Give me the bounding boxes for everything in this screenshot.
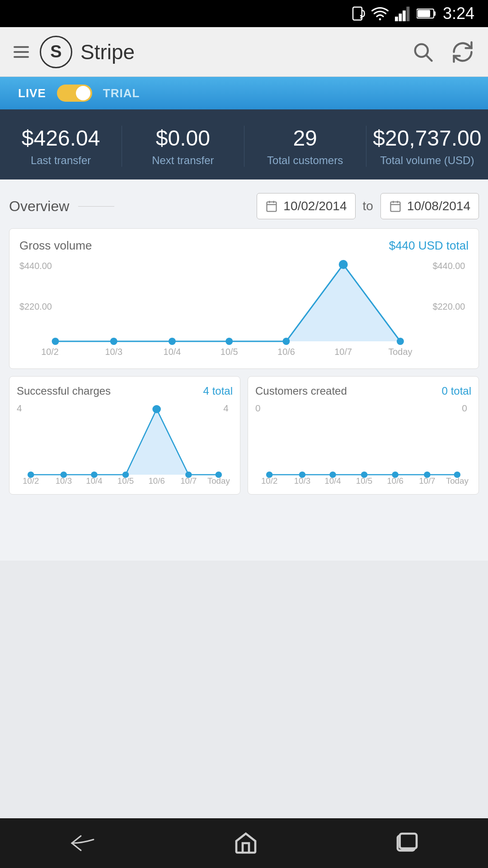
bottom-spacer (9, 502, 479, 561)
gross-volume-header: Gross volume $440 USD total (19, 239, 469, 253)
svg-point-30 (397, 338, 404, 345)
svg-rect-5 (406, 7, 409, 21)
refresh-icon[interactable] (451, 40, 474, 64)
app-header: S Stripe (0, 27, 488, 77)
svg-rect-7 (434, 11, 436, 16)
stat-total-customers: 29 Total customers (244, 126, 366, 167)
bottom-nav (0, 818, 488, 868)
calendar-end-icon (389, 200, 402, 212)
live-trial-toggle[interactable] (57, 85, 92, 102)
svg-point-26 (169, 338, 176, 345)
overview-header: Overview 10/02/2014 to (9, 193, 479, 219)
successful-charges-header: Successful charges 4 total (17, 385, 233, 397)
next-transfer-label: Next transfer (152, 154, 214, 166)
svg-text:10/6: 10/6 (148, 476, 164, 486)
successful-charges-title: Successful charges (17, 385, 111, 397)
app-title: Stripe (80, 40, 411, 64)
status-icons: 3:24 (350, 4, 474, 23)
total-volume-label: Total volume (USD) (380, 154, 474, 166)
svg-marker-39 (31, 409, 219, 475)
svg-line-10 (427, 55, 432, 61)
customers-created-card: Customers created 0 total 0 0 10/2 10/3 … (248, 376, 479, 495)
svg-rect-2 (395, 17, 398, 21)
total-customers-label: Total customers (267, 154, 343, 166)
app-logo: S (40, 36, 72, 68)
signal-icon (395, 6, 410, 21)
next-transfer-value: $0.00 (122, 126, 244, 151)
overview-title: Overview (9, 198, 69, 215)
back-button[interactable] (68, 832, 97, 854)
svg-rect-72 (400, 834, 417, 849)
end-date-picker[interactable]: 10/08/2014 (380, 193, 479, 219)
svg-text:0: 0 (255, 405, 261, 413)
svg-text:Today: Today (388, 347, 412, 357)
customers-created-total: 0 total (442, 385, 471, 397)
gross-volume-total: $440 USD total (389, 239, 469, 253)
svg-rect-8 (418, 10, 430, 17)
svg-text:10/2: 10/2 (261, 476, 277, 486)
last-transfer-value: $426.04 (0, 126, 122, 151)
svg-point-27 (225, 338, 233, 345)
overview-section: Overview 10/02/2014 to (0, 179, 488, 561)
svg-rect-15 (390, 202, 400, 212)
wifi-icon (371, 6, 389, 21)
svg-point-28 (282, 338, 290, 345)
svg-point-24 (52, 338, 59, 345)
customers-created-title: Customers created (255, 385, 347, 397)
svg-text:4: 4 (223, 405, 229, 413)
svg-text:10/3: 10/3 (294, 476, 310, 486)
svg-rect-4 (403, 10, 406, 21)
status-time: 3:24 (443, 4, 474, 23)
svg-point-25 (110, 338, 117, 345)
svg-text:$220.00: $220.00 (432, 302, 465, 311)
stats-bar: $426.04 Last transfer $0.00 Next transfe… (0, 109, 488, 179)
stat-next-transfer: $0.00 Next transfer (122, 126, 244, 167)
bottom-charts-row: Successful charges 4 total 4 4 (9, 376, 479, 495)
successful-charges-total: 4 total (203, 385, 233, 397)
menu-button[interactable] (14, 46, 29, 58)
svg-text:Today: Today (207, 476, 230, 486)
stat-last-transfer: $426.04 Last transfer (0, 126, 122, 167)
stat-total-volume: $20,737.00 Total volume (USD) (366, 126, 488, 167)
svg-text:$440.00: $440.00 (432, 261, 465, 271)
live-label: LIVE (18, 86, 46, 100)
svg-text:10/5: 10/5 (117, 476, 134, 486)
svg-text:Today: Today (446, 476, 469, 486)
start-date-picker[interactable]: 10/02/2014 (257, 193, 355, 219)
overview-divider (78, 206, 114, 207)
logo-letter: S (50, 42, 61, 61)
svg-marker-23 (56, 264, 400, 341)
start-date-text: 10/02/2014 (283, 199, 347, 213)
mode-toggle-bar: LIVE TRIAL (0, 77, 488, 109)
gross-volume-chart: $440.00 $220.00 $440.00 $220.00 (19, 260, 469, 361)
battery-icon (417, 8, 436, 19)
svg-text:10/3: 10/3 (56, 476, 72, 486)
svg-text:10/2: 10/2 (41, 347, 59, 357)
svg-text:0: 0 (462, 405, 467, 413)
successful-charges-card: Successful charges 4 total 4 4 (9, 376, 240, 495)
svg-text:10/5: 10/5 (221, 347, 238, 357)
svg-point-1 (379, 18, 381, 20)
svg-point-29 (339, 260, 348, 269)
svg-text:10/2: 10/2 (23, 476, 39, 486)
to-separator: to (363, 199, 373, 213)
trial-label: TRIAL (103, 86, 140, 100)
customers-created-header: Customers created 0 total (255, 385, 471, 397)
status-bar: 3:24 (0, 0, 488, 27)
home-button[interactable] (233, 830, 258, 856)
svg-text:$220.00: $220.00 (19, 302, 52, 311)
search-icon[interactable] (411, 40, 435, 64)
svg-text:10/4: 10/4 (324, 476, 341, 486)
svg-text:10/3: 10/3 (105, 347, 122, 357)
svg-text:10/4: 10/4 (164, 347, 181, 357)
gross-volume-title: Gross volume (19, 239, 92, 253)
recents-button[interactable] (394, 830, 420, 856)
svg-text:10/6: 10/6 (277, 347, 295, 357)
date-range: 10/02/2014 to 10/08/2014 (257, 193, 479, 219)
svg-rect-11 (267, 202, 277, 212)
calendar-start-icon (265, 200, 278, 212)
svg-text:4: 4 (17, 405, 22, 413)
svg-text:10/7: 10/7 (180, 476, 197, 486)
end-date-text: 10/08/2014 (407, 199, 470, 213)
svg-rect-3 (399, 14, 402, 21)
